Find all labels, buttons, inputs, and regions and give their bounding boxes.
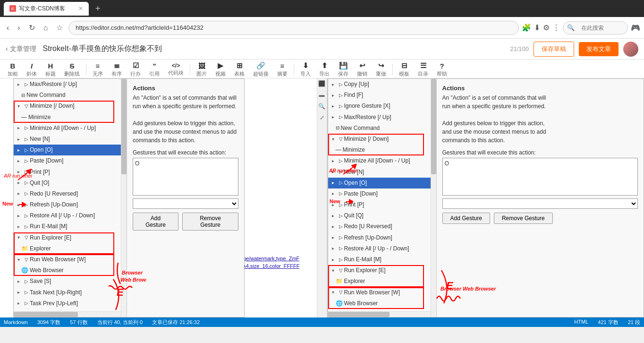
tab-close-btn[interactable]: ✕ bbox=[78, 5, 83, 12]
hscrollbar-left[interactable] bbox=[14, 311, 121, 317]
new-tab-btn[interactable]: + bbox=[93, 4, 103, 14]
tree-item-tasknext[interactable]: ▸ ▷ Task Next [Up-Right] bbox=[14, 287, 121, 298]
forward-btn[interactable]: › bbox=[15, 22, 23, 34]
tree-item-quit-r[interactable]: ▸ ▷ Quit [Q] bbox=[328, 210, 431, 221]
sidebar-scrollbar-left[interactable] bbox=[121, 79, 127, 317]
toolbar-save[interactable]: 💾保存 bbox=[334, 60, 352, 79]
publish-btn[interactable]: 发布文章 bbox=[579, 42, 619, 56]
tree-item-explorer-sub[interactable]: 📁 Explorer bbox=[14, 243, 121, 254]
tree-item-refresh-r[interactable]: ▸ ▷ Refresh [Up-Down] bbox=[328, 232, 431, 243]
tree-item-minimize-sub[interactable]: — Minimize bbox=[14, 112, 121, 123]
remove-gesture-btn-right[interactable]: Remove Gesture bbox=[494, 213, 553, 224]
tree-item-taskprev[interactable]: ▸ ▷ Task Prev [Up-Left] bbox=[14, 298, 121, 309]
toolbar-import[interactable]: ⬇导入 bbox=[297, 60, 314, 79]
toolbar-table[interactable]: ⊞表格 bbox=[230, 60, 248, 79]
nav-icon-extensions2[interactable]: ⚙ bbox=[543, 23, 550, 32]
bookmark-btn[interactable]: ☆ bbox=[53, 21, 66, 34]
tree-item-explorer-r[interactable]: ▾ ▽ Run Explorer [E] bbox=[328, 265, 431, 276]
tree-item-minimize-sub-r[interactable]: — Minimize bbox=[328, 145, 431, 155]
tree-item-save[interactable]: ▸ ▷ Save [S] bbox=[14, 276, 121, 287]
tree-item-open[interactable]: ▸ ▷ Open [O] bbox=[14, 145, 121, 155]
tree-item-minimize[interactable]: ▾ ▽ Minimize [/ Down] bbox=[14, 101, 121, 111]
tree-item-restoreall-r[interactable]: ▸ ▷ Restore All [/ Up - / Down] bbox=[328, 243, 431, 254]
refresh-btn[interactable]: ↻ bbox=[26, 21, 38, 34]
toolbar-link[interactable]: 🔗超链接 bbox=[249, 60, 272, 79]
home-btn[interactable]: ⌂ bbox=[41, 22, 51, 34]
toolbar-bold[interactable]: B加粗 bbox=[4, 60, 22, 79]
tree-item-find[interactable]: ▸ ▷ Find [F] bbox=[328, 90, 431, 101]
tree-item-webbrowser-sub-r[interactable]: 🌐 Web Browser bbox=[328, 298, 431, 309]
add-gesture-btn-right[interactable]: Add Gesture bbox=[442, 213, 490, 224]
remove-gesture-btn-left[interactable]: Remove Gesture bbox=[182, 213, 238, 231]
tree-item-ignore[interactable]: ▸ ▷ Ignore Gesture [X] bbox=[328, 101, 431, 111]
gesture-dropdown-left[interactable] bbox=[133, 198, 238, 209]
toolbar-code[interactable]: </>代码块 bbox=[164, 60, 187, 78]
hscrollbar-thumb-left[interactable] bbox=[14, 312, 78, 317]
side-icon-expand[interactable]: ⤢ bbox=[320, 114, 324, 121]
hscrollbar-right[interactable] bbox=[328, 311, 431, 317]
search-input[interactable] bbox=[576, 21, 624, 34]
toolbar-undo[interactable]: ↩撤销 bbox=[353, 60, 371, 79]
scrollbar-thumb-left[interactable] bbox=[121, 79, 127, 174]
toolbar-quote[interactable]: "引用 bbox=[145, 60, 163, 79]
back-btn[interactable]: ‹ bbox=[4, 22, 12, 34]
article-back-btn[interactable]: ‹ 文章管理 bbox=[6, 45, 36, 53]
toolbar-task[interactable]: ☑行办 bbox=[127, 60, 144, 79]
tree-item-quit[interactable]: ▸ ▷ Quit [O] bbox=[14, 178, 121, 189]
toolbar-heading[interactable]: H标题 bbox=[42, 60, 59, 79]
tree-item-newcmd[interactable]: ⊟ New Command bbox=[14, 90, 121, 101]
save-draft-btn[interactable]: 保存草稿 bbox=[534, 42, 574, 57]
tree-item-webbrowser[interactable]: ▾ ▽ Run Web Browser [W] bbox=[14, 254, 121, 265]
toolbar-template[interactable]: ⊟模板 bbox=[395, 60, 413, 79]
toolbar-italic[interactable]: I斜体 bbox=[23, 60, 41, 79]
tree-item-paste[interactable]: ▸ ▷ Paste [Down] bbox=[14, 155, 121, 166]
tree-item-minimize-r[interactable]: ▾ ▽ Minimize [/ Down] bbox=[328, 134, 431, 145]
tree-item-email[interactable]: ▸ ▷ Run E-Mail [M] bbox=[14, 221, 121, 232]
toolbar-video[interactable]: ▶视频 bbox=[212, 60, 229, 79]
active-tab[interactable]: C 写文章-CSDN博客 ✕ bbox=[4, 2, 89, 16]
toolbar-unordered[interactable]: ≡无序 bbox=[89, 60, 107, 79]
tree-item-new[interactable]: ▸ ▷ New [N] bbox=[14, 134, 121, 145]
toolbar-summary[interactable]: ≡摘要 bbox=[273, 60, 291, 79]
toolbar-export[interactable]: ⬆导出 bbox=[315, 60, 333, 79]
hscrollbar-thumb-right[interactable] bbox=[328, 312, 390, 317]
side-icon-fullscreen[interactable]: ⬛ bbox=[318, 80, 325, 87]
toolbar-toc[interactable]: ☰目录 bbox=[414, 60, 432, 79]
gesture-dropdown-right[interactable] bbox=[442, 198, 638, 209]
tree-item-email-r[interactable]: ▸ ▷ Run E-Mail [M] bbox=[328, 254, 431, 265]
nav-icon-download[interactable]: ⬇ bbox=[534, 23, 540, 32]
tree-item-paste-r[interactable]: ▸ ▷ Paste [Down] bbox=[328, 189, 431, 199]
tree-item-minimizeall-r[interactable]: ▸ ▷ Minimize All [/Down - / Up] bbox=[328, 155, 431, 166]
nav-icon-extensions[interactable]: 🧩 bbox=[522, 23, 531, 32]
toolbar-help[interactable]: ?帮助 bbox=[433, 60, 451, 79]
tree-item-open-r[interactable]: ▸ ▷ Open [O] bbox=[328, 178, 431, 189]
side-icon-column[interactable]: ▬ bbox=[319, 92, 325, 98]
toolbar-ordered[interactable]: ≣有序 bbox=[108, 60, 126, 79]
tree-item-newcmd-r[interactable]: ⊟ New Command bbox=[328, 123, 431, 134]
tree-item-copy[interactable]: ▸ ▷ Copy [Up] bbox=[328, 79, 431, 90]
tree-item-maxrestore-r[interactable]: ▸ ▷ Max/Restore [/ Up] bbox=[328, 112, 431, 123]
address-bar[interactable] bbox=[68, 21, 519, 35]
gesture-input-area-right[interactable]: O bbox=[442, 158, 638, 196]
tree-item-refresh[interactable]: ▸ ▷ Refresh [Up-Down] bbox=[14, 199, 121, 210]
scrollbar-thumb-right[interactable] bbox=[431, 79, 436, 174]
toolbar-strikethrough[interactable]: S删除线 bbox=[60, 60, 84, 79]
tree-item-restoreall[interactable]: ▸ ▷ Restore All [/ Up - / Down] bbox=[14, 210, 121, 221]
user-avatar[interactable] bbox=[623, 42, 638, 57]
tree-item-explorer-sub-r[interactable]: 📁 Explorer bbox=[328, 276, 431, 287]
tree-item-webbrowser-sub[interactable]: 🌐 Web Browser bbox=[14, 265, 121, 276]
tree-item-maxrestore[interactable]: ▸ ▷ Max/Restore [/ Up] bbox=[14, 79, 121, 90]
side-icon-zoom[interactable]: 🔍 bbox=[318, 103, 325, 110]
tree-item-redo[interactable]: ▸ ▷ Redo [U Reversed] bbox=[14, 189, 121, 199]
tree-item-minimizeall[interactable]: ▸ ▷ Minimize All [/Down - / Up] bbox=[14, 123, 121, 134]
nav-icon-game[interactable]: 🎮 bbox=[631, 23, 640, 32]
tree-item-new-r[interactable]: ▸ ▷ New [N] bbox=[328, 167, 431, 178]
toolbar-redo[interactable]: ↪重做 bbox=[372, 60, 390, 79]
sidebar-scrollbar-right[interactable] bbox=[431, 79, 436, 317]
add-gesture-btn-left[interactable]: Add Gesture bbox=[133, 213, 178, 231]
tree-item-redo-r[interactable]: ▸ ▷ Redo [U Reversed] bbox=[328, 221, 431, 232]
tree-item-webbrowser-r[interactable]: ▾ ▽ Run Web Browser [W] bbox=[328, 287, 431, 298]
nav-icon-more[interactable]: ⋮ bbox=[552, 23, 560, 32]
article-title-input[interactable] bbox=[43, 42, 506, 56]
tree-item-explorer[interactable]: ▾ ▽ Run Explorer [E] bbox=[14, 232, 121, 243]
